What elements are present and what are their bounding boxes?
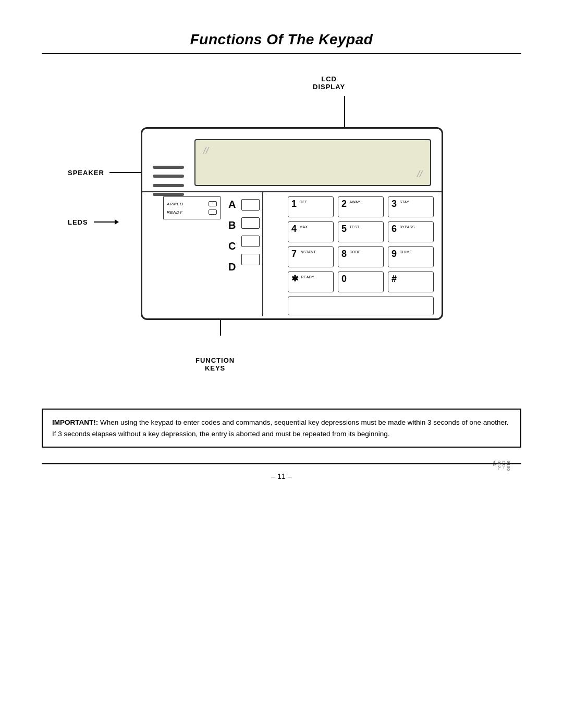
grille-line-3 bbox=[153, 184, 184, 187]
key-8-main: 8 bbox=[341, 249, 347, 258]
func-key-a: A bbox=[228, 199, 236, 209]
left-panel: ARMED READY A B C D bbox=[148, 196, 241, 311]
key-1[interactable]: 1 OFF bbox=[288, 196, 334, 217]
lcd-arrow bbox=[344, 96, 345, 127]
key-4-sub: MAX bbox=[299, 225, 308, 229]
lcd-display bbox=[194, 139, 431, 186]
lcd-label-line1: LCD bbox=[321, 75, 337, 83]
key-3[interactable]: 3 STAY bbox=[388, 196, 434, 217]
notice-text: When using the keypad to enter codes and… bbox=[52, 418, 508, 438]
function-keys-label: FUNCTION KEYS bbox=[195, 356, 235, 372]
key-star-main: ✱ bbox=[291, 275, 298, 283]
key-8[interactable]: 8 CODE bbox=[338, 246, 384, 267]
bottom-rule bbox=[42, 463, 521, 464]
key-9[interactable]: 9 CHIME bbox=[388, 246, 434, 267]
led-row-ready: READY bbox=[167, 209, 217, 215]
func-key-c: C bbox=[228, 241, 236, 251]
func-label-line2: KEYS bbox=[205, 364, 225, 372]
side-note: 6160-DC-002-V1 bbox=[492, 461, 511, 473]
leds-label: LEDS bbox=[68, 218, 88, 226]
key-1-sub: OFF bbox=[299, 200, 307, 204]
key-5[interactable]: 5 TEST bbox=[338, 221, 384, 242]
key-9-main: 9 bbox=[391, 249, 397, 258]
page-number: – 11 – bbox=[42, 472, 521, 480]
notice-box: IMPORTANT!: When using the keypad to ent… bbox=[42, 409, 521, 448]
func-label-line1: FUNCTION bbox=[195, 356, 235, 364]
device-divider bbox=[142, 191, 442, 192]
notice-bold: IMPORTANT!: bbox=[52, 418, 98, 426]
key-star-sub: READY bbox=[301, 275, 314, 279]
vert-divider bbox=[262, 191, 263, 316]
key-3-main: 3 bbox=[391, 199, 397, 208]
key-8-sub: CODE bbox=[349, 250, 360, 254]
speaker-label: SPEAKER bbox=[68, 169, 104, 177]
key-0[interactable]: 0 bbox=[338, 272, 384, 292]
ready-label: READY bbox=[167, 210, 182, 215]
lcd-label: LCD DISPLAY bbox=[313, 75, 345, 91]
speaker-grille bbox=[153, 160, 184, 202]
key-9-sub: CHIME bbox=[399, 250, 412, 254]
key-0-main: 0 bbox=[341, 274, 347, 283]
leds-arrow bbox=[94, 221, 115, 223]
func-btn-d[interactable] bbox=[241, 254, 260, 265]
key-pound[interactable]: # bbox=[388, 272, 434, 292]
func-key-labels: A B C D bbox=[228, 196, 236, 272]
led-row-armed: ARMED bbox=[167, 201, 217, 206]
key-pound-main: # bbox=[391, 274, 397, 283]
ready-led bbox=[209, 209, 217, 215]
key-6-sub: BYPASS bbox=[399, 225, 414, 229]
func-btn-b[interactable] bbox=[241, 217, 260, 229]
grille-line-1 bbox=[153, 166, 184, 169]
key-5-main: 5 bbox=[341, 224, 347, 233]
speaker-arrow bbox=[109, 172, 141, 173]
key-7-main: 7 bbox=[291, 249, 297, 258]
key-1-main: 1 bbox=[291, 199, 297, 208]
func-btn-a[interactable] bbox=[241, 199, 260, 211]
key-4[interactable]: 4 MAX bbox=[288, 221, 334, 242]
numpad-area: 1 OFF 2 AWAY 3 STAY 4 MAX 5 bbox=[288, 196, 434, 316]
key-extra-blank bbox=[288, 297, 434, 315]
key-2-main: 2 bbox=[341, 199, 347, 208]
key-6-main: 6 bbox=[391, 224, 397, 233]
key-7-sub: INSTANT bbox=[299, 250, 316, 254]
key-6[interactable]: 6 BYPASS bbox=[388, 221, 434, 242]
func-btn-c[interactable] bbox=[241, 236, 260, 247]
diagram-area: LCD DISPLAY SPEAKER LEDS FUNCTION KEYS bbox=[42, 70, 521, 393]
func-buttons bbox=[241, 199, 260, 265]
armed-label: ARMED bbox=[167, 202, 183, 206]
key-7[interactable]: 7 INSTANT bbox=[288, 246, 334, 267]
key-2-sub: AWAY bbox=[349, 200, 360, 204]
key-5-sub: TEST bbox=[349, 225, 359, 229]
keypad-device: ARMED READY A B C D bbox=[141, 127, 443, 320]
grille-line-4 bbox=[153, 193, 184, 196]
led-box: ARMED READY bbox=[163, 196, 221, 219]
page-title: Functions Of The Keypad bbox=[42, 31, 521, 48]
key-3-sub: STAY bbox=[399, 200, 409, 204]
title-divider bbox=[42, 53, 521, 54]
key-2[interactable]: 2 AWAY bbox=[338, 196, 384, 217]
lcd-label-line2: DISPLAY bbox=[313, 83, 345, 91]
armed-led bbox=[209, 201, 217, 206]
func-key-d: D bbox=[228, 262, 236, 272]
key-star[interactable]: ✱ READY bbox=[288, 272, 334, 292]
grille-line-2 bbox=[153, 175, 184, 178]
numpad-grid: 1 OFF 2 AWAY 3 STAY 4 MAX 5 bbox=[288, 196, 434, 315]
key-4-main: 4 bbox=[291, 224, 297, 233]
func-key-b: B bbox=[228, 220, 236, 230]
